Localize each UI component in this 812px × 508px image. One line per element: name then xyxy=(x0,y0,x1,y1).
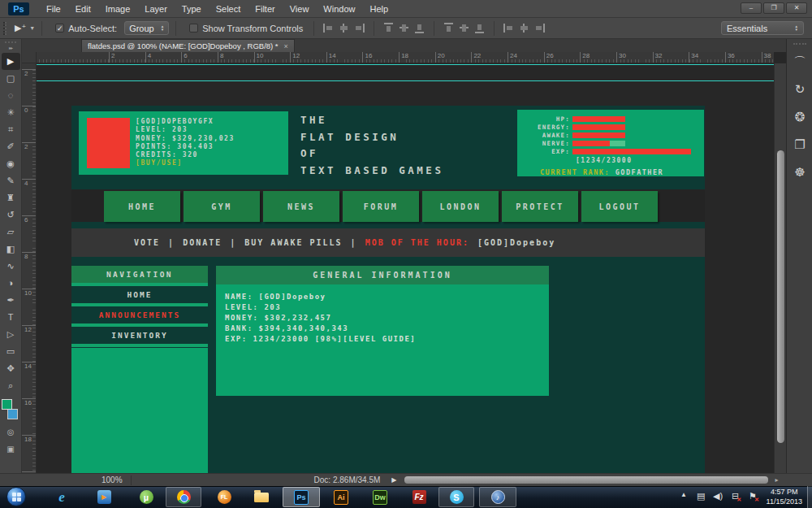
nav-button[interactable]: PROTECT xyxy=(502,191,578,222)
horizontal-scrollbar-thumb[interactable] xyxy=(404,476,768,484)
taskbar-internet-explorer[interactable]: e xyxy=(45,487,78,507)
buy-use-link[interactable]: [BUY/USE] xyxy=(136,159,235,167)
zoom-level[interactable]: 100% xyxy=(102,475,123,484)
vertical-scrollbar-thumb[interactable] xyxy=(777,150,784,443)
eraser-tool[interactable]: ▱ xyxy=(2,224,20,241)
show-transform-checkbox[interactable] xyxy=(189,24,198,33)
vertical-ruler[interactable]: 202468101214161820 xyxy=(22,63,37,473)
quick-mask-icon[interactable]: ◎ xyxy=(2,423,20,441)
tray-action-center-icon[interactable]: ⚑✕ xyxy=(749,491,757,501)
scroll-right-icon[interactable]: ▸ xyxy=(775,476,778,484)
canvas-area[interactable]: [GOD]DOPEBOYGFX LEVEL: 203MONEY: $329,23… xyxy=(37,63,774,473)
healing-brush-tool[interactable]: ◉ xyxy=(2,155,20,172)
nav-button[interactable]: HOME xyxy=(104,191,180,222)
eyedropper-tool[interactable]: ✐ xyxy=(2,138,20,155)
document-tab[interactable]: flatdes.psd @ 100% (NAME: [GOD]Dopeboy ,… xyxy=(81,39,295,52)
vertical-scrollbar[interactable] xyxy=(774,63,786,473)
nav-button[interactable]: LONDON xyxy=(422,191,499,222)
buy-awake-pills-link[interactable]: BUY AWAKE PILLS xyxy=(244,238,342,247)
align-bottom-icon[interactable] xyxy=(414,23,425,33)
history-panel-icon[interactable]: ↻ xyxy=(787,76,812,103)
status-arrow-icon[interactable]: ▶ xyxy=(391,476,396,484)
donate-link[interactable]: DONATE xyxy=(183,238,222,247)
show-desktop-button[interactable] xyxy=(807,486,812,508)
move-tool-preview-icon[interactable]: ▶⁺▼ xyxy=(15,23,35,33)
zoom-tool[interactable]: ⌕ xyxy=(2,377,20,394)
align-left-icon[interactable] xyxy=(323,23,334,33)
auto-select-checkbox[interactable]: ✓ xyxy=(55,24,64,33)
lasso-tool[interactable]: ◌ xyxy=(2,87,20,104)
taskbar-dreamweaver[interactable]: Dw xyxy=(364,487,396,507)
distribute-middle-icon[interactable] xyxy=(459,23,469,33)
menu-item[interactable]: File xyxy=(39,0,68,18)
sidebar-item[interactable]: HOME xyxy=(71,286,208,303)
color-swatches[interactable] xyxy=(1,399,20,423)
move-tool[interactable]: ▶ xyxy=(2,53,20,70)
restore-button[interactable]: ❐ xyxy=(763,2,784,14)
gradient-tool[interactable]: ◧ xyxy=(2,241,20,258)
tools-collapse-icon[interactable]: ▸▸ xyxy=(0,45,21,50)
close-button[interactable]: ✕ xyxy=(786,2,807,14)
align-center-v-icon[interactable] xyxy=(399,23,409,33)
nav-button[interactable]: LOGOUT xyxy=(581,191,658,222)
guide-line[interactable] xyxy=(37,80,774,81)
workspace-switcher[interactable]: Essentials ▲▼ xyxy=(721,21,804,35)
adjustments-panel-icon[interactable]: ☸ xyxy=(787,158,812,186)
taskbar-fl-studio[interactable]: FL xyxy=(208,487,240,507)
background-color-swatch[interactable] xyxy=(7,409,18,419)
group-select[interactable]: Group ▲▼ xyxy=(124,21,169,35)
shape-tool[interactable]: ▭ xyxy=(2,343,20,360)
taskbar-itunes[interactable]: ♪ xyxy=(479,487,516,507)
align-right-icon[interactable] xyxy=(354,23,365,33)
foreground-color-swatch[interactable] xyxy=(2,399,12,410)
menu-item[interactable]: Filter xyxy=(248,0,282,18)
distribute-top-icon[interactable] xyxy=(443,23,454,33)
menu-item[interactable]: Type xyxy=(175,0,209,18)
mob-of-the-hour-value[interactable]: [GOD]Dopeboy xyxy=(477,238,555,247)
align-top-icon[interactable] xyxy=(383,23,394,33)
vote-link[interactable]: VOTE xyxy=(134,238,160,247)
tab-close-icon[interactable]: × xyxy=(284,42,288,50)
taskbar-filezilla[interactable]: Fz xyxy=(403,487,435,507)
menu-item[interactable]: Layer xyxy=(137,0,175,18)
sidebar-item[interactable]: INVENTORY xyxy=(71,327,208,344)
taskbar-photoshop[interactable]: Ps xyxy=(283,487,320,507)
taskbar-media-player[interactable]: ▶ xyxy=(88,487,120,507)
clone-stamp-tool[interactable]: ♜ xyxy=(2,189,20,206)
align-center-h-icon[interactable] xyxy=(339,23,349,33)
brush-tool[interactable]: ✎ xyxy=(2,172,20,189)
menu-item[interactable]: Image xyxy=(98,0,138,18)
guide-line[interactable] xyxy=(37,64,774,65)
hand-tool[interactable]: ✥ xyxy=(2,360,20,377)
menu-item[interactable]: Edit xyxy=(68,0,98,18)
magic-wand-tool[interactable]: ✳ xyxy=(2,104,20,121)
type-tool[interactable]: T xyxy=(2,309,20,326)
tray-volume-icon[interactable]: ◀) xyxy=(713,491,723,501)
distribute-center-icon[interactable] xyxy=(519,23,529,33)
layers-panel-icon[interactable]: ❐ xyxy=(787,131,812,158)
taskbar-explorer[interactable] xyxy=(245,487,278,507)
horizontal-ruler[interactable]: 2468101214161820222426283032343638 xyxy=(37,52,774,63)
taskbar-skype[interactable]: S xyxy=(438,487,474,507)
tray-network-icon[interactable]: ⊟✕ xyxy=(732,491,739,501)
minimize-button[interactable]: – xyxy=(741,2,762,14)
start-button[interactable] xyxy=(6,487,26,506)
design-document[interactable]: [GOD]DOPEBOYGFX LEVEL: 203MONEY: $329,23… xyxy=(71,106,705,473)
menu-item[interactable]: Window xyxy=(316,0,362,18)
taskbar-clock[interactable]: 4:57 PM 11/15/2013 xyxy=(767,488,802,506)
path-selection-tool[interactable]: ▷ xyxy=(2,326,20,343)
tray-expand-icon[interactable]: ▲ xyxy=(680,491,687,498)
taskbar-chrome[interactable] xyxy=(166,487,201,507)
marquee-tool[interactable]: ▢ xyxy=(2,70,20,87)
taskbar-utorrent[interactable]: µ xyxy=(130,487,162,507)
tray-gadget-icon[interactable]: ▤ xyxy=(697,491,705,501)
nav-button[interactable]: FORUM xyxy=(343,191,419,222)
screen-mode-icon[interactable]: ▣ xyxy=(2,441,20,458)
distribute-bottom-icon[interactable] xyxy=(474,23,485,33)
menu-item[interactable]: Help xyxy=(362,0,395,18)
menu-item[interactable]: View xyxy=(283,0,317,18)
distribute-left-icon[interactable] xyxy=(503,23,514,33)
nav-button[interactable]: NEWS xyxy=(263,191,339,222)
color-panel-icon[interactable]: ❂ xyxy=(787,103,812,131)
distribute-right-icon[interactable] xyxy=(534,23,545,33)
